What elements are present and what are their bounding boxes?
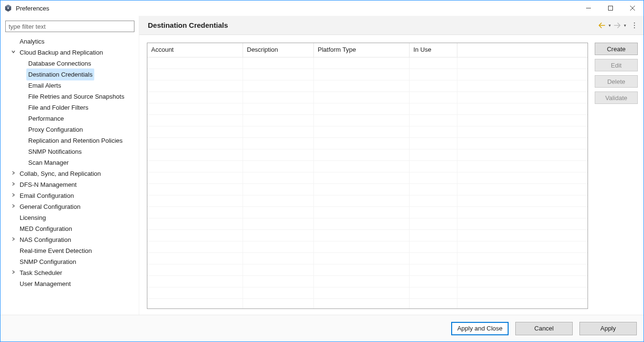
tree-item[interactable]: Analytics [3,36,136,47]
table-cell [243,172,314,184]
col-account[interactable]: Account [147,43,243,57]
table-row[interactable] [147,92,588,103]
back-icon[interactable] [598,21,606,30]
table-row[interactable] [147,299,588,308]
tree-item[interactable]: Scan Manager [3,157,136,168]
tree-item[interactable]: File and Folder Filters [3,102,136,113]
table-row[interactable] [147,149,588,161]
maximize-button[interactable] [600,0,622,16]
twisty-closed-icon[interactable] [9,168,18,179]
tree-item[interactable]: Licensing [3,212,136,223]
table-cell [457,184,588,195]
table-row[interactable] [147,264,588,276]
tree-item-label: Collab, Sync, and Replication [18,168,103,180]
tree-item[interactable]: Collab, Sync, and Replication [3,168,136,179]
table-row[interactable] [147,161,588,172]
forward-icon[interactable] [613,21,622,30]
tree-item[interactable]: Proxy Configuration [3,124,136,135]
table-row[interactable] [147,80,588,92]
back-dropdown-icon[interactable]: ▾ [607,23,612,28]
tree-item[interactable]: Performance [3,113,136,124]
table-cell [410,69,457,80]
twisty-closed-icon[interactable] [9,190,18,201]
tree-item[interactable]: Destination Credentials [3,69,136,80]
tree-item[interactable]: File Retries and Source Snapshots [3,91,136,102]
table-row[interactable] [147,241,588,253]
table-cell [243,241,314,253]
table-cell [457,80,588,92]
table-cell [243,218,314,230]
col-platform-type[interactable]: Platform Type [314,43,410,57]
tree-item[interactable]: Email Alerts [3,80,136,91]
tree-item[interactable]: MED Configuration [3,223,136,234]
tree-item[interactable]: Email Configuration [3,190,136,201]
table-row[interactable] [147,230,588,241]
minimize-button[interactable] [577,0,600,16]
table-row[interactable] [147,115,588,126]
table-row[interactable] [147,287,588,299]
table-cell [243,80,314,92]
preferences-tree[interactable]: AnalyticsCloud Backup and ReplicationDat… [3,36,136,315]
twisty-closed-icon[interactable] [9,179,18,190]
tree-item[interactable]: Task Scheduler [3,267,136,278]
credentials-table[interactable]: Account Description Platform Type In Use [147,43,588,309]
tree-item[interactable]: Cloud Backup and Replication [3,47,136,58]
table-cell [457,207,588,218]
twisty-closed-icon[interactable] [9,234,18,245]
table-cell [147,126,243,138]
table-row[interactable] [147,218,588,230]
svg-point-8 [634,25,635,26]
twisty-open-icon[interactable] [9,47,18,58]
col-description[interactable]: Description [243,43,314,57]
tree-item[interactable]: NAS Configuration [3,234,136,245]
edit-button[interactable]: Edit [595,59,638,71]
table-row[interactable] [147,172,588,184]
table-row[interactable] [147,276,588,287]
table-row[interactable] [147,207,588,218]
tree-item[interactable]: General Configuration [3,201,136,212]
create-button[interactable]: Create [595,43,638,55]
tree-item[interactable]: SNMP Configuration [3,256,136,267]
table-row[interactable] [147,253,588,264]
forward-dropdown-icon[interactable]: ▾ [622,23,627,28]
table-cell [314,69,410,80]
tree-item[interactable]: Replication and Retention Policies [3,135,136,146]
table-cell [457,287,588,299]
tree-item-label: General Configuration [18,201,82,213]
delete-button[interactable]: Delete [595,75,638,88]
table-cell [410,149,457,161]
table-row[interactable] [147,138,588,149]
table-cell [243,184,314,195]
table-row[interactable] [147,69,588,80]
table-row[interactable] [147,184,588,195]
table-cell [147,253,243,264]
table-cell [314,57,410,69]
table-row[interactable] [147,103,588,115]
apply-button[interactable]: Apply [579,322,637,335]
table-row[interactable] [147,126,588,138]
tree-item[interactable]: DFS-N Management [3,179,136,190]
menu-icon[interactable] [630,21,639,30]
table-cell [314,172,410,184]
cancel-button[interactable]: Cancel [515,322,573,335]
table-body[interactable] [147,57,588,308]
table-cell [457,241,588,253]
close-button[interactable] [622,0,644,16]
validate-button[interactable]: Validate [595,91,638,104]
tree-item[interactable]: User Management [3,278,136,289]
filter-input[interactable] [5,21,134,32]
col-in-use[interactable]: In Use [410,43,457,57]
twisty-closed-icon[interactable] [9,267,18,278]
tree-item[interactable]: SNMP Notifications [3,146,136,157]
table-cell [410,103,457,115]
table-cell [410,264,457,276]
table-row[interactable] [147,57,588,69]
apply-and-close-button[interactable]: Apply and Close [451,322,509,335]
tree-item-label: Destination Credentials [26,68,94,80]
tree-item[interactable]: Real-time Event Detection [3,245,136,256]
table-cell [314,230,410,241]
tree-item-label: File and Folder Filters [26,102,90,114]
tree-item[interactable]: Database Connections [3,58,136,69]
table-row[interactable] [147,195,588,207]
twisty-closed-icon[interactable] [9,201,18,212]
